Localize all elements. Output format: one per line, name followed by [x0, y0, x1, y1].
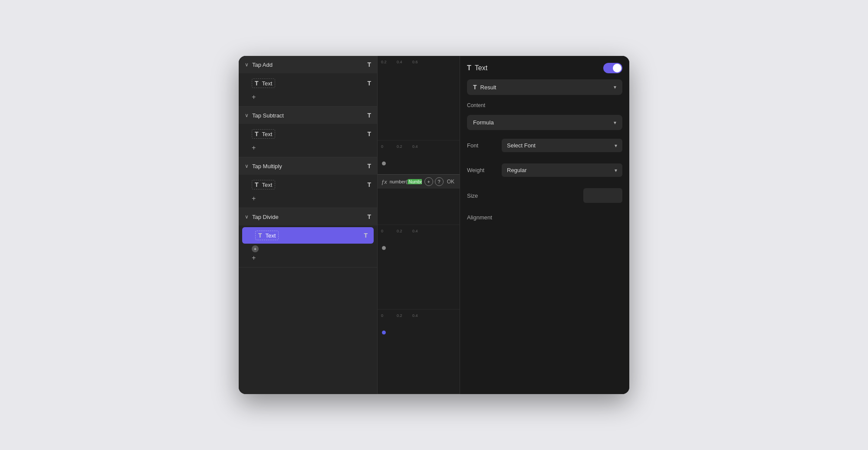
formula-dropdown[interactable]: Formula ▾ [467, 115, 622, 130]
tap-add-body: T Text T + [239, 73, 377, 106]
formula-fx-icon: ƒx [381, 179, 387, 185]
font-select[interactable]: Select Font ▾ [502, 139, 622, 152]
middle-subtract-content [378, 153, 460, 174]
text-t-icon: T [255, 80, 259, 87]
add-text-right-icon: T [367, 80, 371, 87]
subtract-text-right-icon: T [367, 130, 371, 137]
dot-indicator-subtract [382, 162, 386, 166]
tap-subtract-t-icon: T [367, 112, 371, 119]
list-item-subtract-text[interactable]: T Text T [239, 126, 377, 142]
list-item-add-text-inner: T Text [252, 78, 275, 88]
middle-multiply-content [378, 237, 460, 259]
add-text-label: Text [262, 80, 273, 87]
tap-multiply-body: T Text T + [239, 175, 377, 208]
right-title-text: Text [475, 64, 487, 72]
list-item-add-text[interactable]: T Text T [239, 75, 377, 91]
result-t-icon: T [473, 84, 477, 91]
middle-tap-multiply: 0 0.2 0.4 [378, 225, 460, 310]
divide-chevron-icon: ∨ [245, 214, 249, 220]
weight-property-row: Weight Regular ▾ [467, 161, 622, 179]
tap-add-header-left: ∨ Tap Add [245, 62, 273, 68]
section-tap-subtract: ∨ Tap Subtract T T Text T + [239, 107, 377, 157]
tap-divide-title: Tap Divide [252, 214, 279, 220]
result-text: Result [480, 84, 496, 91]
font-property-row: Font Select Font ▾ [467, 136, 622, 155]
result-label: T Result [473, 84, 496, 91]
tap-divide-body: T Text T + + [239, 225, 377, 267]
multiply-text-label: Text [262, 182, 273, 188]
divide-plus-badge[interactable]: + [252, 245, 259, 252]
list-item-divide-text[interactable]: T Text T [242, 227, 374, 244]
formula-actions: + ? OK [424, 177, 456, 186]
ruler-mark: 0.6 [412, 60, 428, 64]
size-label: Size [467, 192, 502, 199]
formula-prefix: number( [390, 179, 408, 184]
tap-multiply-header-left: ∨ Tap Multiply [245, 163, 282, 170]
weight-dropdown-arrow-icon: ▾ [615, 167, 617, 173]
ruler-add-marks: 0.2 0.4 0.6 [381, 60, 428, 64]
tap-subtract-add-button[interactable]: + [239, 142, 377, 153]
ruler-mark: 0.2 [397, 313, 412, 318]
ruler-add: 0.2 0.4 0.6 [378, 56, 460, 68]
ruler-mark: 0.4 [412, 313, 428, 318]
tap-multiply-add-button[interactable]: + [239, 193, 377, 204]
formula-chip-number1[interactable]: Number 1 [408, 179, 422, 184]
list-item-multiply-text[interactable]: T Text T [239, 176, 377, 193]
ruler-mark: 0 [381, 313, 397, 318]
list-item-subtract-text-inner: T Text [252, 129, 275, 139]
multiply-text-t-icon: T [255, 181, 259, 188]
chevron-down-icon: ∨ [245, 62, 249, 68]
list-item-multiply-text-inner: T Text [252, 180, 275, 189]
ruler-divide: 0 0.2 0.4 [378, 310, 460, 322]
tap-add-add-button[interactable]: + [239, 91, 377, 103]
list-item-divide-text-inner: T Text [255, 231, 279, 240]
ruler-mark: 0.2 [397, 229, 412, 233]
formula-plus-button[interactable]: + [424, 177, 433, 186]
tap-add-header[interactable]: ∨ Tap Add T [239, 56, 377, 73]
tap-subtract-header-left: ∨ Tap Subtract [245, 112, 284, 119]
right-title-t-icon: T [467, 64, 471, 72]
tap-multiply-header[interactable]: ∨ Tap Multiply T [239, 157, 377, 175]
formula-help-button[interactable]: ? [435, 177, 444, 186]
middle-divide-content [378, 322, 460, 343]
tap-subtract-body: T Text T + [239, 124, 377, 157]
font-value: Select Font ▾ [502, 139, 622, 152]
weight-value: Regular ▾ [502, 163, 622, 177]
formula-text[interactable]: number(Number 1text)/number(Number 2 [390, 179, 422, 184]
weight-select-label: Regular [507, 167, 527, 173]
dot-indicator-divide [382, 331, 386, 335]
font-select-label: Select Font [507, 142, 536, 149]
app-window: ∨ Tap Add T T Text T + ∨ [239, 56, 629, 394]
tap-add-title: Tap Add [252, 62, 273, 68]
ruler-divide-marks: 0 0.2 0.4 [381, 313, 428, 318]
result-dropdown[interactable]: T Result ▾ [467, 79, 622, 95]
middle-tap-subtract: 0 0.2 0.4 ƒx number(Number 1text)/number… [378, 140, 460, 225]
divide-text-t-icon: T [258, 232, 262, 239]
ruler-multiply: 0 0.2 0.4 [378, 225, 460, 237]
subtract-text-t-icon: T [255, 130, 259, 137]
tap-multiply-title: Tap Multiply [252, 163, 282, 170]
weight-select[interactable]: Regular ▾ [502, 163, 622, 177]
formula-bar: ƒx number(Number 1text)/number(Number 2 … [378, 174, 460, 189]
size-property-row: Size [467, 186, 622, 205]
formula-dropdown-arrow-icon: ▾ [614, 120, 616, 126]
tap-divide-header[interactable]: ∨ Tap Divide T [239, 208, 377, 225]
tap-subtract-title: Tap Subtract [252, 112, 284, 119]
alignment-label: Alignment [467, 214, 502, 221]
tap-divide-add-button[interactable]: + [239, 252, 377, 264]
multiply-text-right-icon: T [367, 181, 371, 188]
size-input[interactable] [583, 188, 622, 203]
result-dropdown-arrow-icon: ▾ [614, 84, 616, 90]
ruler-mark: 0.4 [412, 144, 428, 149]
toggle-switch[interactable] [603, 63, 622, 73]
weight-label: Weight [467, 167, 502, 173]
subtract-chevron-icon: ∨ [245, 112, 249, 118]
middle-tap-add: 0.2 0.4 0.6 [378, 56, 460, 140]
formula-ok-button[interactable]: OK [445, 178, 456, 186]
left-panel: ∨ Tap Add T T Text T + ∨ [239, 56, 378, 394]
section-tap-divide: ∨ Tap Divide T T Text T + + [239, 208, 377, 267]
middle-panel: 0.2 0.4 0.6 0 0.2 0.4 ƒx [378, 56, 460, 394]
content-section: Content [467, 101, 622, 109]
font-label: Font [467, 142, 502, 149]
tap-subtract-header[interactable]: ∨ Tap Subtract T [239, 107, 377, 124]
